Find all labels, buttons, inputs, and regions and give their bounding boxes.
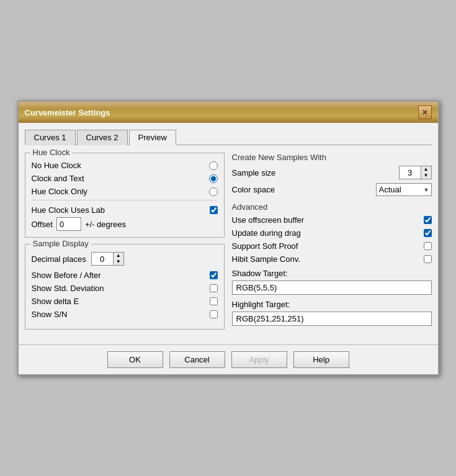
separator [32, 200, 218, 200]
window-title: Curvemeister Settings [25, 108, 110, 117]
help-button[interactable]: Help [293, 351, 349, 368]
content-area: Curves 1 Curves 2 Preview Hue Clock No H… [19, 123, 438, 342]
show-std-dev-row: Show Std. Deviation [32, 284, 218, 293]
tab-curves1[interactable]: Curves 1 [25, 130, 76, 145]
sample-display-content: Decimal places ▲ ▼ Show Before / After [32, 252, 218, 319]
decimal-label: Decimal places [32, 254, 86, 264]
sample-size-spin-up[interactable]: ▲ [421, 166, 431, 173]
shadow-target-input[interactable] [232, 281, 432, 295]
hue-only-row: Hue Clock Only [32, 187, 218, 196]
decimal-spin-up[interactable]: ▲ [114, 253, 123, 259]
support-soft-label: Support Soft Proof [232, 241, 419, 251]
hue-only-radio[interactable] [209, 187, 218, 196]
shadow-target-label: Shadow Target: [232, 269, 432, 278]
support-soft-row: Support Soft Proof [232, 241, 432, 251]
titlebar: Curvemeister Settings ✕ [19, 102, 438, 123]
main-area: Hue Clock No Hue Clock Clock and Text Hu… [25, 153, 432, 336]
decimal-spinbox: ▲ ▼ [91, 252, 124, 266]
highlight-target-section: Highlight Target: [232, 300, 432, 331]
uses-lab-checkbox[interactable] [210, 206, 218, 214]
clock-text-radio[interactable] [209, 174, 218, 183]
sample-size-input[interactable] [399, 166, 421, 179]
use-offscreen-row: Use offscreen buffer [232, 215, 432, 225]
left-panel: Hue Clock No Hue Clock Clock and Text Hu… [25, 153, 225, 336]
sample-size-spin-down[interactable]: ▼ [421, 173, 431, 179]
main-window: Curvemeister Settings ✕ Curves 1 Curves … [17, 101, 439, 375]
decimal-row: Decimal places ▲ ▼ [32, 252, 218, 266]
close-button[interactable]: ✕ [418, 106, 432, 119]
advanced-section: Advanced Use offscreen buffer Update dur… [232, 202, 432, 331]
tab-curves2[interactable]: Curves 2 [77, 130, 128, 145]
cancel-button[interactable]: Cancel [169, 351, 225, 368]
show-delta-e-checkbox[interactable] [210, 297, 218, 305]
offset-input[interactable] [56, 217, 81, 231]
show-delta-e-row: Show delta E [32, 297, 218, 306]
uses-lab-row: Hue Clock Uses Lab [32, 205, 218, 215]
show-sn-row: Show S/N [32, 310, 218, 319]
ok-button[interactable]: OK [107, 351, 163, 368]
use-offscreen-label: Use offscreen buffer [232, 215, 419, 225]
uses-lab-label: Hue Clock Uses Lab [32, 205, 205, 215]
no-hue-row: No Hue Clock [32, 161, 218, 170]
highlight-target-label: Highlight Target: [232, 300, 432, 309]
footer: OK Cancel Apply Help [19, 344, 438, 374]
highlight-target-input[interactable] [232, 312, 432, 326]
update-drag-row: Update during drag [232, 228, 432, 238]
decimal-input[interactable] [91, 252, 113, 266]
update-drag-checkbox[interactable] [424, 229, 432, 237]
hibit-sample-row: Hibit Sample Conv. [232, 254, 432, 264]
show-before-after-row: Show Before / After [32, 271, 218, 280]
color-space-label: Color space [232, 185, 372, 194]
shadow-target-section: Shadow Target: [232, 269, 432, 300]
hue-clock-content: No Hue Clock Clock and Text Hue Clock On… [32, 161, 218, 231]
sample-size-label: Sample size [232, 168, 395, 177]
sample-size-spinbox: ▲ ▼ [399, 166, 432, 179]
show-std-dev-checkbox[interactable] [210, 284, 218, 292]
sample-size-spin-buttons: ▲ ▼ [421, 166, 432, 179]
decimal-spin-down[interactable]: ▼ [114, 259, 123, 265]
offset-unit: +/- degrees [85, 220, 126, 229]
decimal-spin-buttons: ▲ ▼ [113, 252, 124, 266]
hibit-sample-checkbox[interactable] [424, 255, 432, 263]
tab-bar: Curves 1 Curves 2 Preview [25, 129, 432, 145]
advanced-title: Advanced [232, 202, 432, 212]
color-space-dropdown-wrapper: Actual Lab RGB CMYK [376, 183, 432, 196]
clock-text-label: Clock and Text [32, 174, 204, 183]
offset-label: Offset [32, 220, 53, 229]
offset-row: Offset +/- degrees [32, 217, 218, 231]
apply-button[interactable]: Apply [231, 351, 287, 368]
support-soft-checkbox[interactable] [424, 242, 432, 250]
show-sn-checkbox[interactable] [210, 310, 218, 318]
right-panel: Create New Samples With Sample size ▲ ▼ [232, 153, 432, 336]
clock-text-row: Clock and Text [32, 174, 218, 183]
sample-display-title: Sample Display [30, 239, 91, 248]
hue-only-label: Hue Clock Only [32, 187, 204, 196]
hue-clock-title: Hue Clock [30, 148, 73, 157]
tab-preview[interactable]: Preview [129, 130, 176, 145]
hibit-sample-label: Hibit Sample Conv. [232, 254, 419, 264]
update-drag-label: Update during drag [232, 228, 419, 238]
sample-display-group: Sample Display Decimal places ▲ ▼ [25, 244, 225, 330]
sample-size-row: Sample size ▲ ▼ [232, 166, 432, 179]
no-hue-radio[interactable] [209, 161, 218, 170]
create-samples-section: Create New Samples With Sample size ▲ ▼ [232, 153, 432, 196]
color-space-select[interactable]: Actual Lab RGB CMYK [376, 183, 432, 196]
show-sn-label: Show S/N [32, 310, 205, 319]
show-before-after-label: Show Before / After [32, 271, 205, 280]
show-before-after-checkbox[interactable] [210, 271, 218, 279]
create-samples-title: Create New Samples With [232, 153, 432, 162]
show-delta-e-label: Show delta E [32, 297, 205, 306]
use-offscreen-checkbox[interactable] [424, 216, 432, 224]
show-std-dev-label: Show Std. Deviation [32, 284, 205, 293]
color-space-row: Color space Actual Lab RGB CMYK [232, 183, 432, 196]
no-hue-label: No Hue Clock [32, 161, 204, 170]
hue-clock-group: Hue Clock No Hue Clock Clock and Text Hu… [25, 153, 225, 238]
